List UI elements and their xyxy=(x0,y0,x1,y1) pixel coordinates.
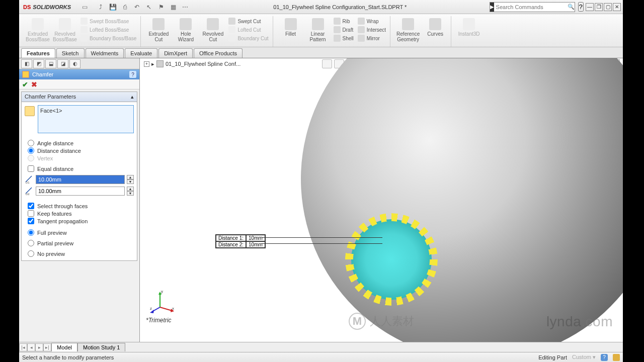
svg-text:D2: D2 xyxy=(26,193,30,196)
configuration-manager-tab-icon[interactable]: ⬓ xyxy=(45,59,56,68)
search-commands[interactable]: ▶ 🔍 xyxy=(490,2,575,12)
callout-d2-label: Distance 2: xyxy=(216,241,246,248)
fillet-button[interactable]: Fillet xyxy=(278,16,303,37)
distance-2-input[interactable] xyxy=(36,187,125,196)
accept-button[interactable]: ✔ xyxy=(22,80,28,88)
hole-wizard-button[interactable]: Hole Wizard xyxy=(173,16,198,42)
open-file-icon[interactable]: ⤴ xyxy=(95,2,106,13)
print-icon[interactable]: ⎙ xyxy=(119,2,130,13)
callout-d1-value[interactable]: 10mm xyxy=(246,235,265,241)
tab-sketch[interactable]: Sketch xyxy=(56,48,85,58)
tab-nav-last-icon[interactable]: ▸| xyxy=(43,343,51,351)
angle-distance-radio[interactable] xyxy=(28,140,34,146)
tab-nav-first-icon[interactable]: |◂ xyxy=(19,343,27,351)
orientation-triad[interactable]: y x z xyxy=(150,290,175,315)
rib-button[interactable]: Rib xyxy=(333,17,355,25)
intersect-button[interactable]: Intersect xyxy=(357,26,387,34)
collapse-icon[interactable]: ▴ xyxy=(131,94,134,100)
wrap-button[interactable]: Wrap xyxy=(357,17,387,25)
distance-1-spinner[interactable]: ▲▼ xyxy=(127,175,134,184)
dimxpert-manager-tab-icon[interactable]: ◪ xyxy=(57,59,68,68)
more-icon[interactable]: ⋯ xyxy=(180,2,191,13)
select-through-faces-checkbox[interactable] xyxy=(28,203,34,209)
shell-button[interactable]: Shell xyxy=(333,34,355,42)
full-preview-radio[interactable] xyxy=(28,229,34,236)
face-selection-icon[interactable] xyxy=(25,106,35,116)
maximize-icon[interactable]: ▢ xyxy=(604,3,612,11)
select-icon[interactable]: ↖ xyxy=(143,2,154,13)
app-logo: DSSOLIDWORKS xyxy=(19,4,75,10)
new-file-icon[interactable]: ▭ xyxy=(79,2,90,13)
feature-manager-tab-icon[interactable]: ◧ xyxy=(21,59,32,68)
lofted-cut-button[interactable]: Lofted Cut xyxy=(227,26,269,34)
title-bar: DSSOLIDWORKS ▭ ⤴ 💾 ⎙ ↶ ↖ ⚑ ▦ ⋯ 01_10_Fly… xyxy=(19,0,623,14)
no-preview-radio[interactable] xyxy=(28,250,34,257)
tab-nav-next-icon[interactable]: ▸ xyxy=(35,343,43,351)
status-bar: Select a handle to modify parameters Edi… xyxy=(19,352,623,362)
callout-d2-value[interactable]: 10mm xyxy=(246,241,265,248)
revolved-cut-button[interactable]: Revolved Cut xyxy=(200,16,225,42)
swept-boss-button[interactable]: Swept Boss/Base xyxy=(79,17,137,25)
save-icon[interactable]: 💾 xyxy=(107,2,118,13)
chamfer-preview[interactable] xyxy=(351,219,432,300)
distance-1-input[interactable] xyxy=(36,175,125,184)
restore-icon[interactable]: ❐ xyxy=(595,3,603,11)
curves-button[interactable]: Curves xyxy=(423,16,448,37)
instant3d-button[interactable]: Instant3D xyxy=(456,16,481,37)
search-input[interactable] xyxy=(494,4,568,10)
partial-preview-radio[interactable] xyxy=(28,240,34,246)
display-manager-tab-icon[interactable]: ◐ xyxy=(69,59,80,68)
bottom-tabs: |◂ ◂ ▸ ▸| Model Motion Study 1 xyxy=(19,342,623,352)
model-tab[interactable]: Model xyxy=(51,343,77,351)
revolved-boss-button[interactable]: Revolved Boss/Base xyxy=(52,16,77,42)
motion-study-tab[interactable]: Motion Study 1 xyxy=(77,343,125,351)
boundary-boss-button[interactable]: Boundary Boss/Base xyxy=(79,34,137,42)
dimension-callout[interactable]: Distance 1:10mm Distance 2:10mm xyxy=(215,234,266,248)
unit-system[interactable]: Custom ▾ xyxy=(572,354,596,360)
extruded-boss-button[interactable]: Extruded Boss/Base xyxy=(25,16,50,42)
tab-office-products[interactable]: Office Products xyxy=(194,48,243,58)
document-title: 01_10_Flywheel Spline Configuration_Star… xyxy=(191,4,490,10)
lofted-boss-button[interactable]: Lofted Boss/Base xyxy=(79,26,137,34)
keep-features-checkbox[interactable] xyxy=(28,210,34,217)
tab-weldments[interactable]: Weldments xyxy=(86,48,124,58)
graphics-view[interactable]: + ▸ 01_10_Flywheel Spline Conf... ▣ ⇔ xyxy=(140,58,623,342)
svg-text:y: y xyxy=(161,289,163,294)
linear-pattern-button[interactable]: Linear Pattern xyxy=(305,16,331,42)
equal-distance-checkbox[interactable] xyxy=(28,165,34,172)
tab-nav-prev-icon[interactable]: ◂ xyxy=(27,343,35,351)
tab-features[interactable]: Features xyxy=(21,48,55,58)
reference-geometry-button[interactable]: Reference Geometry xyxy=(395,16,421,42)
swept-cut-button[interactable]: Swept Cut xyxy=(227,17,269,25)
selection-item[interactable]: Face<1> xyxy=(40,108,62,131)
minimize-icon[interactable]: — xyxy=(586,3,594,11)
extruded-cut-button[interactable]: Extruded Cut xyxy=(146,16,171,42)
tangent-propagation-checkbox[interactable] xyxy=(28,218,34,224)
selection-list[interactable]: Face<1> xyxy=(38,105,134,133)
svg-text:z: z xyxy=(150,306,152,311)
search-prompt-icon: ▶ xyxy=(490,3,494,12)
tab-evaluate[interactable]: Evaluate xyxy=(125,48,157,58)
search-icon[interactable]: 🔍 xyxy=(568,4,575,10)
keep-features-label: Keep features xyxy=(37,211,72,217)
help-icon[interactable]: ? xyxy=(578,2,584,12)
rebuild-icon[interactable]: ⚑ xyxy=(155,2,167,13)
draft-button[interactable]: Draft xyxy=(333,26,355,34)
mirror-button[interactable]: Mirror xyxy=(357,34,387,42)
close-icon[interactable]: ✕ xyxy=(613,3,621,11)
status-help-icon[interactable]: ? xyxy=(601,354,608,361)
distance-distance-radio[interactable] xyxy=(28,147,34,154)
help-feature-icon[interactable]: ? xyxy=(129,71,136,78)
vertex-radio xyxy=(28,155,34,161)
distance-2-spinner[interactable]: ▲▼ xyxy=(127,187,134,196)
tab-dimxpert[interactable]: DimXpert xyxy=(158,48,193,58)
angle-distance-label: Angle distance xyxy=(37,140,73,146)
boundary-cut-button[interactable]: Boundary Cut xyxy=(227,34,269,42)
cancel-button[interactable]: ✖ xyxy=(31,80,37,88)
undo-icon[interactable]: ↶ xyxy=(131,2,142,13)
property-manager-tab-icon[interactable]: ◩ xyxy=(33,59,44,68)
accept-row: ✔ ✖ xyxy=(19,79,139,89)
options-icon[interactable]: ▦ xyxy=(168,2,179,13)
status-rebuild-icon[interactable] xyxy=(613,354,620,361)
editing-mode: Editing Part xyxy=(538,354,567,360)
